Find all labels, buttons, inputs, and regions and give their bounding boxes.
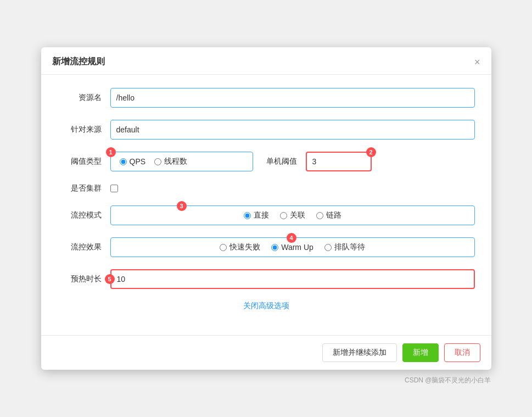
- source-row: 针对来源: [58, 120, 475, 140]
- threshold-row: 阈值类型 QPS 线程数 1 单机阈值: [58, 152, 475, 171]
- badge-4: 4: [287, 233, 296, 243]
- flow-mode-label: 流控模式: [58, 210, 102, 220]
- direct-option[interactable]: 直接: [244, 210, 269, 220]
- related-option[interactable]: 关联: [280, 210, 305, 220]
- cluster-row: 是否集群: [58, 184, 475, 193]
- resource-row: 资源名: [58, 88, 475, 108]
- add-continue-button[interactable]: 新增并继续添加: [322, 343, 397, 362]
- thread-label: 线程数: [164, 157, 187, 166]
- cluster-label: 是否集群: [58, 184, 102, 193]
- queue-option[interactable]: 排队等待: [324, 242, 365, 252]
- resource-input[interactable]: [110, 88, 475, 108]
- qps-option[interactable]: QPS: [120, 157, 146, 166]
- flow-effect-label: 流控效果: [58, 242, 102, 252]
- warm-up-label: Warm Up: [281, 243, 313, 252]
- advanced-link[interactable]: 关闭高级选项: [58, 301, 475, 313]
- add-button[interactable]: 新增: [402, 343, 439, 362]
- preheat-input[interactable]: [110, 269, 475, 289]
- related-radio[interactable]: [280, 212, 287, 219]
- badge-5: 5: [105, 274, 115, 284]
- threshold-type-group: QPS 线程数: [110, 152, 253, 171]
- preheat-input-wrap: 5: [110, 269, 475, 289]
- warm-up-option[interactable]: Warm Up: [271, 243, 313, 252]
- source-input[interactable]: [110, 120, 475, 140]
- threshold-content: QPS 线程数 1 单机阈值 2: [110, 152, 475, 171]
- chain-option[interactable]: 链路: [316, 210, 341, 220]
- dialog: 新增流控规则 × 资源名 针对来源 阈值类型 QPS: [41, 47, 491, 370]
- resource-label: 资源名: [58, 93, 102, 103]
- flow-mode-row: 流控模式 直接 关联 链路 3: [58, 205, 475, 225]
- dialog-header: 新增流控规则 ×: [41, 47, 491, 75]
- fast-fail-label: 快速失败: [229, 242, 260, 252]
- fast-fail-option[interactable]: 快速失败: [220, 242, 260, 252]
- threshold-type-label: 阈值类型: [58, 157, 102, 166]
- source-label: 针对来源: [58, 125, 102, 135]
- threshold-input-wrap: 2: [306, 152, 372, 171]
- warm-up-radio[interactable]: [271, 244, 278, 251]
- single-threshold-label: 单机阈值: [266, 157, 297, 166]
- preheat-label: 预热时长: [58, 274, 102, 284]
- dialog-title: 新增流控规则: [52, 56, 105, 68]
- fast-fail-radio[interactable]: [220, 244, 227, 251]
- chain-label: 链路: [326, 210, 341, 220]
- thread-radio[interactable]: [154, 158, 161, 165]
- chain-radio[interactable]: [316, 212, 323, 219]
- close-button[interactable]: ×: [474, 57, 480, 67]
- queue-radio[interactable]: [324, 244, 332, 251]
- flow-effect-row: 流控效果 快速失败 Warm Up 排队等待 4: [58, 237, 475, 257]
- dialog-body: 资源名 针对来源 阈值类型 QPS: [41, 75, 491, 335]
- preheat-row: 预热时长 5: [58, 269, 475, 289]
- thread-option[interactable]: 线程数: [154, 157, 187, 166]
- badge-1: 1: [106, 147, 116, 157]
- flow-mode-group: 直接 关联 链路 3: [110, 205, 475, 225]
- badge-3: 3: [177, 201, 187, 211]
- qps-label: QPS: [130, 157, 146, 166]
- watermark: CSDN @脑袋不灵光的小白羊: [405, 376, 491, 385]
- flow-effect-group: 快速失败 Warm Up 排队等待 4: [110, 237, 475, 257]
- qps-radio[interactable]: [120, 158, 127, 165]
- dialog-footer: 新增并继续添加 新增 取消: [41, 335, 491, 370]
- single-threshold-input[interactable]: [306, 152, 372, 171]
- direct-label: 直接: [254, 210, 269, 220]
- cancel-button[interactable]: 取消: [444, 343, 480, 362]
- queue-label: 排队等待: [334, 242, 365, 252]
- badge-2: 2: [366, 147, 376, 157]
- cluster-checkbox[interactable]: [110, 185, 118, 192]
- direct-radio[interactable]: [244, 212, 251, 219]
- related-label: 关联: [290, 210, 305, 220]
